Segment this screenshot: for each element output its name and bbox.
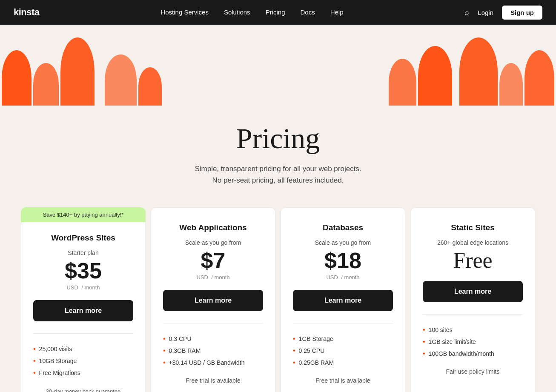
static-sites-card: Static Sites 260+ global edge locations … <box>410 207 535 392</box>
signup-button[interactable]: Sign up <box>502 6 542 20</box>
feature-item: Free Migrations <box>33 367 133 379</box>
pricing-subtitle-2: No per-seat pricing, all features includ… <box>9 175 547 186</box>
databases-price-meta: USD / month <box>293 274 393 280</box>
hero-blobs-decoration <box>0 25 556 106</box>
nav-hosting-services[interactable]: Hosting Services <box>160 9 209 16</box>
nav-help[interactable]: Help <box>330 9 344 16</box>
wordpress-price-block: $35 <box>33 260 133 282</box>
web-apps-card-subtitle: Scale as you go from <box>163 239 263 246</box>
static-sites-card-title: Static Sites <box>423 223 523 232</box>
feature-item: +$0.14 USD / GB Bandwidth <box>163 357 263 369</box>
logo[interactable]: kinsta <box>14 7 40 18</box>
nav-solutions[interactable]: Solutions <box>224 9 250 16</box>
static-sites-card-subtitle: 260+ global edge locations <box>423 239 523 246</box>
web-apps-free-trial: Free trial is available <box>163 377 263 384</box>
wordpress-learn-more-button[interactable]: Learn more <box>33 300 133 321</box>
page-title: Pricing <box>9 123 547 155</box>
web-apps-card: Web Applications Scale as you go from $7… <box>151 207 275 392</box>
feature-item: 0.25GB RAM <box>293 357 393 369</box>
feature-item: 0.3 CPU <box>163 333 263 345</box>
feature-item: 100 sites <box>423 324 523 336</box>
static-sites-fair-use: Fair use policy limits <box>423 368 523 375</box>
wordpress-card: Save $140+ by paying annually!* WordPres… <box>21 207 146 392</box>
databases-price-block: $18 <box>293 249 393 272</box>
databases-free-trial: Free trial is available <box>293 377 393 384</box>
wordpress-card-title: WordPress Sites <box>33 233 133 243</box>
feature-item: 0.3GB RAM <box>163 345 263 357</box>
web-apps-features: 0.3 CPU 0.3GB RAM +$0.14 USD / GB Bandwi… <box>163 333 263 369</box>
hero-banner <box>0 25 556 106</box>
feature-item: 0.25 CPU <box>293 345 393 357</box>
databases-price-value: $18 <box>324 248 361 273</box>
wordpress-footer: 30-day money back guarantee *Only availa… <box>33 387 133 392</box>
static-sites-learn-more-button[interactable]: Learn more <box>423 281 523 302</box>
web-apps-price-block: $7 <box>163 249 263 272</box>
search-icon[interactable]: ⌕ <box>464 8 469 17</box>
static-sites-price-block: Free <box>423 249 523 272</box>
nav-right-actions: ⌕ Login Sign up <box>464 6 542 20</box>
databases-card: Databases Scale as you go from $18 USD /… <box>281 207 405 392</box>
pricing-cards-container: Save $140+ by paying annually!* WordPres… <box>10 207 546 392</box>
nav-pricing[interactable]: Pricing <box>266 9 285 16</box>
wordpress-price-value: $35 <box>65 258 102 283</box>
databases-card-title: Databases <box>293 223 393 232</box>
feature-item: 100GB bandwidth/month <box>423 348 523 360</box>
databases-features: 1GB Storage 0.25 CPU 0.25GB RAM <box>293 333 393 369</box>
databases-card-subtitle: Scale as you go from <box>293 239 393 246</box>
pricing-section: Pricing Simple, transparent pricing for … <box>0 106 556 392</box>
wordpress-price-meta: USD / month <box>33 284 133 291</box>
web-apps-card-title: Web Applications <box>163 223 263 232</box>
pricing-subtitle-1: Simple, transparent pricing for all your… <box>9 163 547 175</box>
databases-learn-more-button[interactable]: Learn more <box>293 290 393 311</box>
static-sites-price-value: Free <box>453 248 492 272</box>
nav-docs[interactable]: Docs <box>300 9 315 16</box>
web-apps-price-meta: USD / month <box>163 274 263 280</box>
navigation: kinsta Hosting Services Solutions Pricin… <box>0 0 556 25</box>
wordpress-card-badge: Save $140+ by paying annually!* <box>21 207 146 222</box>
feature-item: 1GB Storage <box>293 333 393 345</box>
web-apps-learn-more-button[interactable]: Learn more <box>163 290 263 311</box>
wordpress-card-subtitle: Starter plan <box>33 249 133 256</box>
wordpress-footer-line1: 30-day money back guarantee <box>33 387 133 392</box>
web-apps-price-value: $7 <box>201 248 226 273</box>
static-sites-features: 100 sites 1GB size limit/site 100GB band… <box>423 324 523 360</box>
feature-item: 10GB Storage <box>33 355 133 367</box>
feature-item: 1GB size limit/site <box>423 336 523 348</box>
feature-item: 25,000 visits <box>33 343 133 355</box>
wordpress-features: 25,000 visits 10GB Storage Free Migratio… <box>33 343 133 379</box>
pricing-title-block: Pricing Simple, transparent pricing for … <box>0 106 556 207</box>
login-link[interactable]: Login <box>478 9 493 16</box>
